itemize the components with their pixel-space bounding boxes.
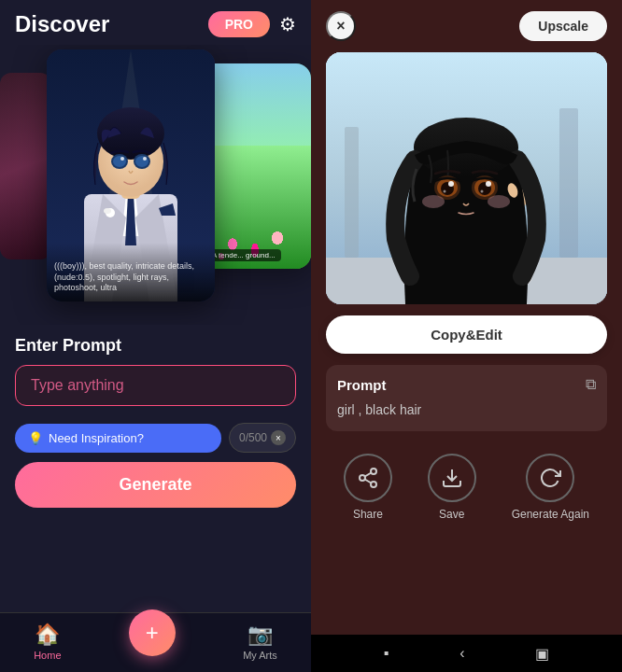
- svg-line-46: [365, 473, 372, 477]
- svg-point-14: [113, 156, 126, 167]
- sys-back-button[interactable]: ‹: [459, 645, 464, 662]
- prompt-box-header: Prompt ⧉: [337, 376, 596, 393]
- generate-again-label: Generate Again: [512, 508, 589, 521]
- svg-point-35: [448, 181, 454, 187]
- copy-icon[interactable]: ⧉: [586, 376, 596, 393]
- svg-rect-21: [345, 127, 359, 258]
- card-caption: (((boy))), best quality, intricate detai…: [47, 243, 215, 301]
- inspiration-button[interactable]: 💡 Need Inspiration?: [15, 424, 221, 453]
- prompt-section: Enter Prompt Type anything: [0, 325, 311, 423]
- svg-point-39: [422, 195, 445, 208]
- generate-again-circle[interactable]: [526, 454, 574, 502]
- save-label: Save: [439, 508, 464, 521]
- counter-badge: 0/500 ×: [229, 423, 296, 453]
- svg-point-16: [120, 157, 124, 161]
- nav-home[interactable]: 🏠 Home: [34, 623, 61, 661]
- anime-girl-background: [326, 52, 607, 304]
- svg-point-38: [481, 190, 484, 193]
- header-actions: PRO ⚙: [208, 11, 296, 37]
- save-circle[interactable]: [428, 454, 476, 502]
- system-nav: ▪ ‹ ▣: [311, 635, 622, 672]
- prompt-input-wrapper[interactable]: Type anything: [15, 365, 296, 406]
- prompt-box: Prompt ⧉ girl , black hair: [326, 365, 607, 431]
- right-panel: × Upscale: [311, 0, 622, 672]
- copy-edit-button[interactable]: Copy&Edit: [326, 315, 607, 354]
- svg-point-40: [488, 195, 510, 208]
- pro-button[interactable]: PRO: [208, 11, 270, 37]
- share-circle[interactable]: [344, 454, 392, 502]
- gallery-card-main[interactable]: (((boy))), best quality, intricate detai…: [47, 49, 215, 301]
- left-panel: Discover PRO ⚙: [0, 0, 311, 672]
- plus-icon: +: [146, 620, 159, 646]
- bottom-nav: 🏠 Home + 📷 My Arts: [0, 612, 311, 672]
- svg-point-37: [444, 190, 446, 193]
- gallery-card-right[interactable]: A tende... ground...: [199, 63, 311, 269]
- card-tag: A tende... ground...: [206, 249, 281, 261]
- svg-point-17: [143, 157, 147, 161]
- sys-square-right[interactable]: ▣: [535, 645, 549, 663]
- inspiration-label: Need Inspiration?: [49, 431, 144, 445]
- app-title: Discover: [15, 11, 109, 37]
- sys-square-left[interactable]: ▪: [384, 645, 389, 662]
- prompt-box-label: Prompt: [337, 377, 387, 393]
- nav-my-arts[interactable]: 📷 My Arts: [243, 623, 277, 661]
- generated-image-area: [326, 52, 607, 304]
- arts-label: My Arts: [243, 650, 277, 661]
- gallery-area: (((boy))), best quality, intricate detai…: [0, 45, 311, 325]
- upscale-button[interactable]: Upscale: [519, 11, 607, 41]
- prompt-box-text: girl , black hair: [337, 400, 596, 420]
- bulb-icon: 💡: [28, 431, 43, 445]
- svg-point-15: [135, 156, 148, 167]
- gallery-card-left[interactable]: [0, 73, 51, 259]
- generate-button[interactable]: Generate: [15, 462, 296, 508]
- counter-value: 0/500: [239, 431, 267, 444]
- settings-icon[interactable]: ⚙: [279, 13, 296, 35]
- close-icon: ×: [336, 18, 345, 35]
- svg-line-45: [365, 480, 372, 483]
- share-label: Share: [353, 508, 383, 521]
- prompt-placeholder: Type anything: [31, 377, 280, 394]
- left-header: Discover PRO ⚙: [0, 0, 311, 45]
- camera-icon: 📷: [247, 623, 273, 647]
- svg-point-43: [360, 475, 365, 481]
- svg-point-36: [486, 181, 491, 187]
- action-buttons: Share Save Generate Again: [311, 446, 622, 536]
- card-caption-text: (((boy))), best quality, intricate detai…: [54, 261, 207, 294]
- fab-add-button[interactable]: +: [129, 609, 176, 656]
- generate-again-action[interactable]: Generate Again: [512, 454, 589, 521]
- svg-rect-22: [559, 108, 578, 258]
- svg-point-42: [371, 469, 376, 474]
- svg-point-44: [371, 482, 376, 487]
- share-action[interactable]: Share: [344, 454, 392, 521]
- prompt-label: Enter Prompt: [15, 336, 296, 356]
- bottom-controls: 💡 Need Inspiration? 0/500 ×: [0, 423, 311, 453]
- home-label: Home: [34, 650, 61, 661]
- home-icon: 🏠: [35, 623, 60, 647]
- right-header: × Upscale: [311, 0, 622, 49]
- svg-point-8: [104, 208, 111, 214]
- save-action[interactable]: Save: [428, 454, 476, 521]
- clear-counter-button[interactable]: ×: [271, 430, 286, 445]
- close-button[interactable]: ×: [326, 11, 356, 41]
